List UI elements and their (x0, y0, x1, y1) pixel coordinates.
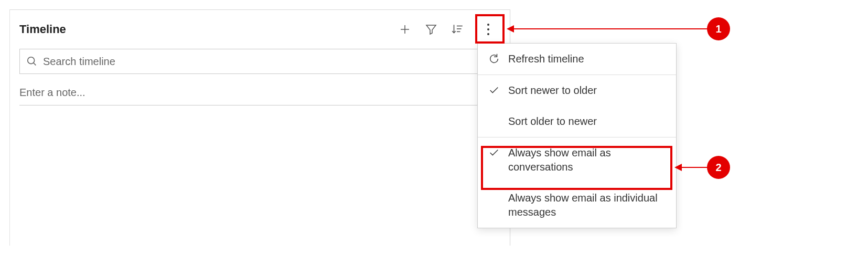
plus-icon (399, 23, 411, 36)
menu-section-sort: Sort newer to older Sort older to newer (478, 75, 676, 137)
blank-icon (487, 114, 501, 128)
svg-point-7 (487, 33, 489, 35)
menu-item-refresh[interactable]: Refresh timeline (478, 44, 676, 75)
svg-point-5 (487, 24, 489, 26)
svg-point-6 (487, 28, 489, 30)
timeline-panel: Timeline (9, 9, 510, 246)
sort-icon (451, 23, 464, 36)
note-input[interactable] (19, 83, 500, 105)
timeline-title: Timeline (19, 23, 66, 36)
filter-icon (425, 23, 437, 36)
menu-item-sort-newer[interactable]: Sort newer to older (478, 75, 676, 106)
annotation-number: 2 (715, 162, 721, 174)
checkmark-icon (487, 83, 501, 97)
search-icon (26, 56, 38, 67)
search-input[interactable] (43, 56, 494, 68)
svg-point-8 (28, 57, 35, 64)
annotation-arrow-head-2 (674, 164, 682, 171)
refresh-icon (487, 52, 501, 66)
more-vertical-icon (483, 22, 494, 37)
timeline-toolbar (398, 17, 500, 41)
annotation-callout-1: 1 (707, 17, 730, 40)
menu-section-refresh: Refresh timeline (478, 44, 676, 75)
menu-label: Refresh timeline (508, 52, 584, 66)
menu-label: Always show email as conversations (508, 146, 667, 174)
annotation-number: 1 (715, 23, 721, 35)
search-box[interactable] (19, 49, 500, 74)
more-commands-button[interactable] (476, 17, 500, 41)
blank-icon (487, 191, 501, 205)
sort-button[interactable] (450, 22, 465, 37)
menu-item-email-individual[interactable]: Always show email as individual messages (478, 183, 676, 228)
add-button[interactable] (398, 22, 412, 37)
annotation-arrow-head-1 (507, 25, 514, 33)
annotation-callout-2: 2 (707, 156, 730, 179)
menu-label: Sort newer to older (508, 83, 597, 98)
menu-section-email: Always show email as conversations Alway… (478, 137, 676, 228)
menu-label: Always show email as individual messages (508, 191, 667, 219)
annotation-arrow-line-1 (514, 28, 708, 29)
menu-item-sort-older[interactable]: Sort older to newer (478, 106, 676, 137)
svg-line-9 (34, 63, 36, 66)
checkmark-icon (487, 146, 501, 160)
timeline-header: Timeline (10, 10, 510, 47)
more-commands-menu: Refresh timeline Sort newer to older Sor… (477, 43, 677, 228)
annotation-arrow-line-2 (682, 167, 708, 168)
filter-button[interactable] (424, 22, 438, 37)
menu-label: Sort older to newer (508, 114, 597, 129)
menu-item-email-conversations[interactable]: Always show email as conversations (478, 137, 676, 183)
